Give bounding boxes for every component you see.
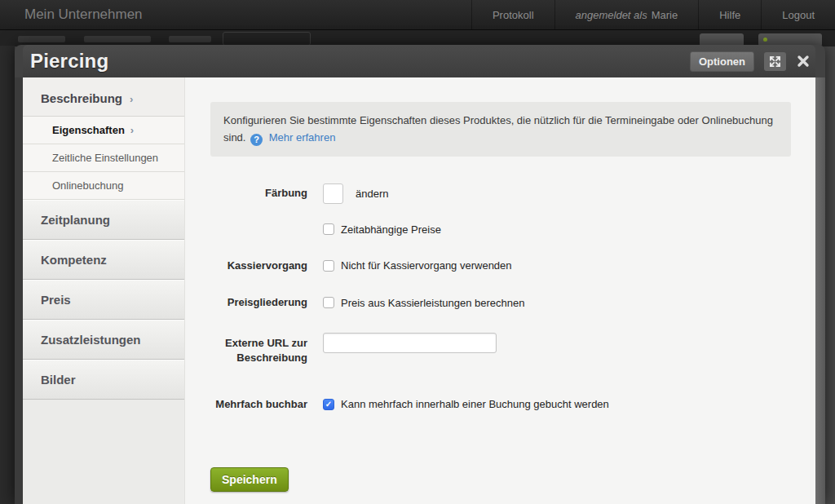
sidebar-item-label: Beschreibung <box>41 91 122 105</box>
sidebar-item-label: Eigenschaften <box>52 124 125 136</box>
top-menu: Protokoll angemeldet als Marie Hilfe Log… <box>471 0 835 29</box>
externe-url-row: Externe URL zur Beschreibung <box>210 333 791 365</box>
mehrfach-buchbar-row: Mehrfach buchbar ✓ Kann mehrfach innerha… <box>210 397 791 412</box>
checkbox-label: Kann mehrfach innerhalb einer Buchung ge… <box>341 398 609 410</box>
background-nav-item <box>84 36 151 42</box>
mehr-erfahren-link[interactable]: Mehr erfahren <box>269 131 336 144</box>
sidebar-item-zeitliche-einstellungen[interactable]: Zeitliche Einstellungen <box>23 144 184 172</box>
modal-body: Beschreibung› Eigenschaften› Zeitliche E… <box>23 77 815 504</box>
modal-sidebar: Beschreibung› Eigenschaften› Zeitliche E… <box>23 77 185 504</box>
close-icon <box>797 55 810 68</box>
info-box: Konfigurieren Sie bestimmte Eigenschafte… <box>210 102 791 157</box>
sidebar-accordion-zusatzleistungen[interactable]: Zusatzleistungen <box>23 320 184 360</box>
checkbox-label: Zeitabhängige Preise <box>341 223 441 236</box>
zeitabhaengige-preise-checkbox[interactable] <box>323 223 334 235</box>
modal-header-controls: Optionen <box>690 51 812 72</box>
sidebar-empty-area <box>23 400 184 504</box>
background-button-dot <box>763 38 767 42</box>
close-button[interactable] <box>794 52 812 70</box>
top-bar: Mein Unternehmen Protokoll angemeldet al… <box>0 0 835 30</box>
sidebar-item-label: Zeitliche Einstellungen <box>52 152 158 164</box>
mehrfach-buchbar-label: Mehrfach buchbar <box>210 397 307 412</box>
checkbox-label: Nicht für Kassiervorgang verwenden <box>341 259 512 272</box>
sidebar-accordion-bilder[interactable]: Bilder <box>23 360 184 400</box>
background-nav-item <box>18 36 65 42</box>
externe-url-input[interactable] <box>323 333 497 353</box>
preisgliederung-label: Preisgliederung <box>210 295 307 310</box>
save-button[interactable]: Speichern <box>210 467 289 492</box>
kassiervorgang-row: Kassiervorgang Nicht für Kassiervorgang … <box>210 259 791 273</box>
sidebar-subitems: Eigenschaften› Zeitliche Einstellungen O… <box>23 117 184 200</box>
modal-title: Piercing <box>30 50 108 73</box>
app-title: Mein Unternehmen <box>24 7 143 23</box>
properties-form: Färbung ändern Zeitabhängige Preise Kass… <box>210 183 791 492</box>
background-nav-item <box>169 36 211 42</box>
background-left-edge <box>0 46 15 504</box>
preisgliederung-row: Preisgliederung Preis aus Kassierleistun… <box>210 295 791 310</box>
kassiervorgang-checkbox[interactable] <box>323 260 334 272</box>
fullscreen-icon <box>769 55 781 68</box>
menu-item-logout[interactable]: Logout <box>761 0 835 29</box>
background-nav-dimmed <box>0 30 835 46</box>
modal-frame-left <box>15 77 23 504</box>
menu-item-protokoll[interactable]: Protokoll <box>471 0 554 29</box>
modal-content: Konfigurieren Sie bestimmte Eigenschafte… <box>185 77 815 504</box>
preisgliederung-checkbox[interactable] <box>323 297 334 308</box>
modal-frame-right <box>815 77 825 504</box>
check-icon: ✓ <box>325 400 332 409</box>
sidebar-accordion-zeitplanung[interactable]: Zeitplanung <box>23 200 184 240</box>
chevron-right-icon: › <box>130 93 133 105</box>
help-icon[interactable]: ? <box>250 134 263 146</box>
color-swatch[interactable] <box>323 183 343 204</box>
sidebar-item-onlinebuchung[interactable]: Onlinebuchung <box>23 172 184 200</box>
sidebar-item-eigenschaften[interactable]: Eigenschaften› <box>23 117 184 144</box>
user-name: Marie <box>652 9 678 21</box>
product-settings-modal: Piercing Optionen Beschreibung› <box>15 45 825 504</box>
sidebar-accordion-preis[interactable]: Preis <box>23 280 184 320</box>
faerbung-row: Färbung ändern <box>210 183 791 204</box>
expand-button[interactable] <box>764 52 786 71</box>
modal-header: Piercing Optionen <box>23 45 815 77</box>
externe-url-label: Externe URL zur Beschreibung <box>210 333 307 365</box>
logged-in-as-label: angemeldet als <box>576 9 647 21</box>
sidebar-item-beschreibung[interactable]: Beschreibung› <box>23 77 184 117</box>
mehrfach-buchbar-checkbox[interactable]: ✓ <box>323 399 334 410</box>
menu-item-user[interactable]: angemeldet als Marie <box>554 0 699 29</box>
checkbox-label: Preis aus Kassierleistungen berechnen <box>341 297 524 309</box>
options-button[interactable]: Optionen <box>690 51 754 72</box>
sidebar-item-label: Onlinebuchung <box>52 179 123 192</box>
menu-item-hilfe[interactable]: Hilfe <box>698 0 761 29</box>
sidebar-accordion-kompetenz[interactable]: Kompetenz <box>23 240 184 280</box>
background-nav-button <box>223 32 311 46</box>
kassiervorgang-label: Kassiervorgang <box>210 259 307 273</box>
faerbung-label: Färbung <box>210 186 307 201</box>
aendern-link[interactable]: ändern <box>356 188 388 200</box>
chevron-right-icon: › <box>130 124 134 136</box>
zeitabhaengige-preise-row: Zeitabhängige Preise <box>210 223 791 236</box>
